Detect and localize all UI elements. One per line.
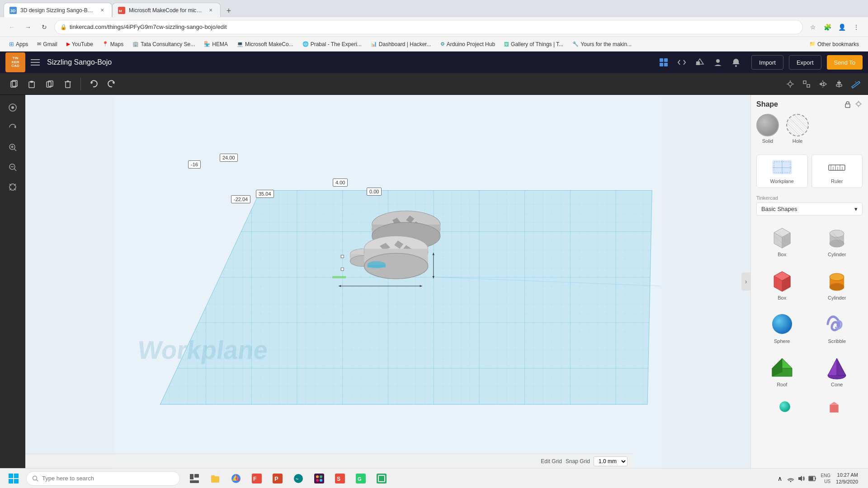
shape-item-scribble[interactable]: Scribble	[811, 308, 863, 347]
bookmark-dashboard[interactable]: 📊 Dashboard | Hacker...	[367, 39, 435, 50]
send-to-button[interactable]: Send To	[827, 55, 863, 70]
delete-button[interactable]	[60, 76, 76, 92]
snap-grid-select[interactable]: 1.0 mm 0.5 mm 2.0 mm	[594, 456, 627, 466]
address-bar[interactable]: 🔒 tinkercad.com/things/4iPFyG9m7cw-sizzl…	[54, 20, 803, 34]
lock-shape-icon[interactable]	[844, 100, 852, 108]
bookmark-maps[interactable]: 📍 Maps	[99, 39, 127, 50]
ruler-button[interactable]: Ruler	[811, 155, 863, 188]
powerpoint-button[interactable]: P	[268, 469, 288, 488]
shapes-button[interactable]	[692, 54, 708, 70]
ruler-tool-button[interactable]	[848, 77, 863, 91]
svg-rect-5	[31, 62, 40, 63]
undo-button[interactable]	[85, 76, 102, 92]
slack-button[interactable]	[309, 469, 329, 488]
copy-button[interactable]	[5, 76, 22, 92]
workplane-button[interactable]: Workplane	[756, 155, 808, 188]
settings-button[interactable]: ⋮	[850, 21, 863, 33]
chrome-button[interactable]	[226, 469, 246, 488]
shape-item-partial[interactable]	[762, 396, 808, 417]
lock-icon: 🔒	[60, 24, 67, 30]
tab1-close-button[interactable]: ✕	[98, 6, 106, 14]
bookmark-button[interactable]: ☆	[807, 21, 819, 33]
hole-type[interactable]: Hole	[786, 114, 809, 144]
taskbar-search-input[interactable]	[42, 475, 174, 482]
forward-button[interactable]: →	[22, 21, 34, 33]
task-view-button[interactable]	[184, 469, 204, 488]
extensions-button[interactable]: 🧩	[821, 21, 834, 33]
bookmark-prabal[interactable]: 🌐 Prabal - The Experi...	[299, 39, 365, 50]
green-app-button[interactable]	[372, 469, 392, 488]
shape-item-sphere[interactable]: Sphere	[756, 308, 808, 347]
svg-point-14	[735, 65, 737, 67]
volume-icon[interactable]	[797, 474, 806, 483]
tab2-close-button[interactable]: ✕	[207, 6, 215, 14]
bookmark-other[interactable]: 📁 Other bookmarks	[806, 39, 863, 50]
profile-button[interactable]: 👤	[835, 21, 848, 33]
bookmark-tata[interactable]: 🏢 Tata Consultancy Se...	[129, 39, 198, 50]
lang-indicator[interactable]: ENGUS	[819, 473, 832, 484]
reload-button[interactable]: ↻	[38, 21, 51, 33]
svg-rect-148	[190, 474, 193, 479]
new-tab-button[interactable]: +	[222, 5, 235, 17]
mirror-button[interactable]	[816, 77, 830, 91]
bookmark-hema[interactable]: 🏪 HEMA	[200, 39, 231, 50]
bookmark-gmail[interactable]: ✉ Gmail	[33, 39, 61, 50]
shape-item-partial2[interactable]	[811, 396, 858, 417]
bookmark-apps[interactable]: ⊞ Apps	[5, 39, 32, 50]
home-view-button[interactable]	[4, 99, 22, 117]
measurement-neg16: -16	[188, 160, 201, 169]
light-button[interactable]	[783, 77, 797, 91]
duplicate-button[interactable]	[42, 76, 58, 92]
shape-item-gray-box[interactable]: Box	[756, 221, 808, 261]
zoom-in-button[interactable]	[4, 138, 22, 156]
canvas-area[interactable]: Workplane	[25, 95, 750, 468]
arduino-button[interactable]: ~	[288, 469, 308, 488]
shape-item-red-box[interactable]: Box	[756, 264, 808, 304]
taskbar-search-box[interactable]	[26, 471, 180, 486]
solid-type[interactable]: Solid	[756, 114, 779, 144]
shape-item-gray-cylinder[interactable]: Cylinder	[811, 221, 863, 261]
panel-toggle-button[interactable]: ›	[741, 272, 750, 291]
start-button[interactable]	[4, 469, 24, 488]
tab-1[interactable]: 3D 3D design Sizzling Sango-Bojo | ✕	[4, 3, 112, 17]
red-box-shape	[769, 268, 795, 293]
export-button[interactable]: Export	[789, 55, 821, 70]
shape-item-orange-cylinder[interactable]: Cylinder	[811, 264, 863, 304]
shape-item-cone[interactable]: Cone	[811, 351, 863, 391]
skype-button[interactable]: S	[330, 469, 350, 488]
notifications-button[interactable]	[728, 54, 744, 70]
redo-button[interactable]	[104, 76, 120, 92]
paste-button[interactable]	[24, 76, 40, 92]
foxit-button[interactable]: F	[247, 469, 267, 488]
cutepdf-button[interactable]: G	[351, 469, 371, 488]
snap-button[interactable]	[799, 77, 814, 91]
bookmark-arduino[interactable]: ⚙ Arduino Project Hub	[437, 39, 499, 50]
network-icon[interactable]	[786, 474, 795, 483]
bookmark-youtube[interactable]: ▶ YouTube	[63, 39, 97, 50]
zoom-out-button[interactable]	[4, 158, 22, 176]
bookmark-yours[interactable]: 🔧 Yours for the makin...	[569, 39, 635, 50]
account-button[interactable]	[710, 54, 726, 70]
shapes-category-dropdown[interactable]: Basic Shapes ▾	[756, 202, 863, 216]
maps-icon: 📍	[102, 41, 108, 47]
file-explorer-button[interactable]	[205, 469, 225, 488]
battery-icon[interactable]	[808, 474, 817, 483]
light-shape-icon[interactable]	[854, 100, 863, 108]
svg-point-99	[857, 102, 860, 106]
taskbar-clock[interactable]: 10:27 AM 12/9/2020	[834, 472, 860, 485]
shape-item-roof[interactable]: Roof	[756, 351, 808, 391]
tata-icon: 🏢	[132, 41, 139, 47]
tab-2[interactable]: M Microsoft MakeCode for micro:b... ✕	[112, 3, 221, 17]
grid-view-button[interactable]	[656, 54, 672, 70]
align-button[interactable]	[832, 77, 846, 91]
back-button[interactable]: ←	[5, 21, 18, 33]
code-editor-button[interactable]	[674, 54, 690, 70]
fit-view-button[interactable]	[4, 178, 22, 196]
bookmark-gallery[interactable]: 🖼 Gallery of Things | T...	[500, 39, 567, 50]
svg-marker-35	[824, 82, 826, 86]
bookmark-makecode[interactable]: 💻 Microsoft MakeCo...	[233, 39, 297, 50]
svg-text:P: P	[274, 475, 278, 482]
import-button[interactable]: Import	[751, 55, 783, 70]
rotate-view-button[interactable]	[4, 118, 22, 136]
up-arrow-icon[interactable]: ∧	[775, 474, 784, 483]
